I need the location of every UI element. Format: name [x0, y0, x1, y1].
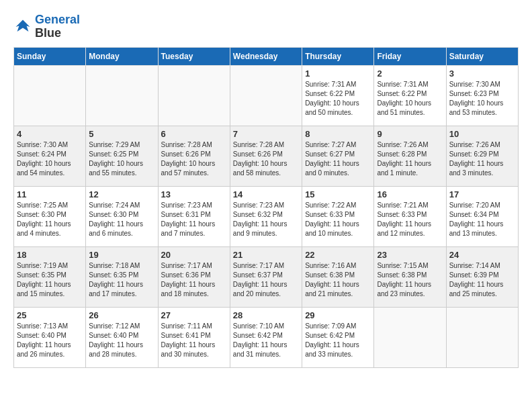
day-info: Sunrise: 7:17 AM Sunset: 6:36 PM Dayligh…: [161, 261, 227, 299]
calendar-cell: [446, 307, 518, 367]
day-info: Sunrise: 7:09 AM Sunset: 6:42 PM Dayligh…: [305, 322, 371, 359]
calendar-cell: 9Sunrise: 7:26 AM Sunset: 6:28 PM Daylig…: [374, 126, 446, 186]
day-number: 19: [89, 250, 154, 260]
calendar-cell: 15Sunrise: 7:22 AM Sunset: 6:33 PM Dayli…: [302, 186, 374, 246]
logo-icon: [13, 17, 32, 36]
day-number: 10: [449, 129, 515, 139]
calendar-cell: 6Sunrise: 7:28 AM Sunset: 6:26 PM Daylig…: [158, 126, 230, 186]
calendar-cell: 14Sunrise: 7:23 AM Sunset: 6:32 PM Dayli…: [230, 186, 302, 246]
calendar-header-wednesday: Wednesday: [230, 47, 302, 65]
calendar-header-friday: Friday: [374, 47, 446, 65]
day-number: 15: [305, 189, 371, 199]
day-info: Sunrise: 7:25 AM Sunset: 6:30 PM Dayligh…: [17, 201, 83, 238]
calendar-cell: [14, 65, 86, 126]
calendar-cell: 23Sunrise: 7:15 AM Sunset: 6:38 PM Dayli…: [374, 246, 446, 307]
calendar-header-sunday: Sunday: [14, 47, 86, 65]
calendar-cell: 27Sunrise: 7:11 AM Sunset: 6:41 PM Dayli…: [158, 307, 230, 367]
calendar-cell: 5Sunrise: 7:29 AM Sunset: 6:25 PM Daylig…: [86, 126, 158, 186]
logo: GeneralBlue: [13, 13, 80, 40]
day-info: Sunrise: 7:14 AM Sunset: 6:39 PM Dayligh…: [449, 261, 515, 299]
calendar-cell: 12Sunrise: 7:24 AM Sunset: 6:30 PM Dayli…: [86, 186, 158, 246]
calendar-week-row: 1Sunrise: 7:31 AM Sunset: 6:22 PM Daylig…: [14, 65, 519, 126]
day-number: 9: [377, 129, 443, 139]
day-info: Sunrise: 7:24 AM Sunset: 6:30 PM Dayligh…: [89, 201, 154, 238]
calendar-cell: 7Sunrise: 7:28 AM Sunset: 6:26 PM Daylig…: [230, 126, 302, 186]
day-info: Sunrise: 7:29 AM Sunset: 6:25 PM Dayligh…: [89, 140, 154, 178]
calendar-header-thursday: Thursday: [302, 47, 374, 65]
calendar-week-row: 18Sunrise: 7:19 AM Sunset: 6:35 PM Dayli…: [14, 246, 519, 307]
day-number: 21: [233, 250, 299, 260]
calendar-cell: 11Sunrise: 7:25 AM Sunset: 6:30 PM Dayli…: [14, 186, 86, 246]
day-info: Sunrise: 7:12 AM Sunset: 6:40 PM Dayligh…: [89, 322, 154, 359]
day-info: Sunrise: 7:23 AM Sunset: 6:32 PM Dayligh…: [233, 201, 299, 238]
calendar-cell: [158, 65, 230, 126]
svg-marker-0: [16, 19, 30, 32]
calendar-header-row: SundayMondayTuesdayWednesdayThursdayFrid…: [14, 47, 519, 65]
day-info: Sunrise: 7:19 AM Sunset: 6:35 PM Dayligh…: [17, 261, 83, 299]
day-number: 26: [89, 310, 154, 320]
calendar-cell: 24Sunrise: 7:14 AM Sunset: 6:39 PM Dayli…: [446, 246, 518, 307]
day-info: Sunrise: 7:28 AM Sunset: 6:26 PM Dayligh…: [233, 140, 299, 178]
calendar-cell: 13Sunrise: 7:23 AM Sunset: 6:31 PM Dayli…: [158, 186, 230, 246]
calendar-week-row: 25Sunrise: 7:13 AM Sunset: 6:40 PM Dayli…: [14, 307, 519, 367]
day-info: Sunrise: 7:10 AM Sunset: 6:42 PM Dayligh…: [233, 322, 299, 359]
day-info: Sunrise: 7:27 AM Sunset: 6:27 PM Dayligh…: [305, 140, 371, 178]
calendar-cell: 17Sunrise: 7:20 AM Sunset: 6:34 PM Dayli…: [446, 186, 518, 246]
day-info: Sunrise: 7:16 AM Sunset: 6:38 PM Dayligh…: [305, 261, 371, 299]
day-number: 13: [161, 189, 227, 199]
day-number: 14: [233, 189, 299, 199]
day-info: Sunrise: 7:26 AM Sunset: 6:28 PM Dayligh…: [377, 140, 443, 178]
calendar-header-tuesday: Tuesday: [158, 47, 230, 65]
calendar-cell: 25Sunrise: 7:13 AM Sunset: 6:40 PM Dayli…: [14, 307, 86, 367]
calendar-table: SundayMondayTuesdayWednesdayThursdayFrid…: [13, 47, 519, 368]
calendar-cell: 2Sunrise: 7:31 AM Sunset: 6:22 PM Daylig…: [374, 65, 446, 126]
day-number: 22: [305, 250, 371, 260]
calendar-cell: 19Sunrise: 7:18 AM Sunset: 6:35 PM Dayli…: [86, 246, 158, 307]
day-number: 23: [377, 250, 443, 260]
day-number: 3: [449, 68, 515, 79]
day-number: 25: [17, 310, 83, 320]
calendar-cell: 4Sunrise: 7:30 AM Sunset: 6:24 PM Daylig…: [14, 126, 86, 186]
day-info: Sunrise: 7:31 AM Sunset: 6:22 PM Dayligh…: [305, 80, 371, 118]
day-info: Sunrise: 7:17 AM Sunset: 6:37 PM Dayligh…: [233, 261, 299, 299]
calendar-cell: 20Sunrise: 7:17 AM Sunset: 6:36 PM Dayli…: [158, 246, 230, 307]
calendar-cell: [230, 65, 302, 126]
day-number: 5: [89, 129, 154, 139]
calendar-cell: 26Sunrise: 7:12 AM Sunset: 6:40 PM Dayli…: [86, 307, 158, 367]
day-info: Sunrise: 7:28 AM Sunset: 6:26 PM Dayligh…: [161, 140, 227, 178]
day-info: Sunrise: 7:30 AM Sunset: 6:24 PM Dayligh…: [17, 140, 83, 178]
calendar-cell: 16Sunrise: 7:21 AM Sunset: 6:33 PM Dayli…: [374, 186, 446, 246]
logo-text: GeneralBlue: [35, 13, 80, 40]
day-number: 7: [233, 129, 299, 139]
day-number: 28: [233, 310, 299, 320]
calendar-week-row: 11Sunrise: 7:25 AM Sunset: 6:30 PM Dayli…: [14, 186, 519, 246]
day-info: Sunrise: 7:23 AM Sunset: 6:31 PM Dayligh…: [161, 201, 227, 238]
day-number: 2: [377, 68, 443, 79]
day-info: Sunrise: 7:21 AM Sunset: 6:33 PM Dayligh…: [377, 201, 443, 238]
day-number: 12: [89, 189, 154, 199]
page-header: GeneralBlue: [13, 13, 519, 40]
calendar-cell: 21Sunrise: 7:17 AM Sunset: 6:37 PM Dayli…: [230, 246, 302, 307]
calendar-cell: 1Sunrise: 7:31 AM Sunset: 6:22 PM Daylig…: [302, 65, 374, 126]
day-info: Sunrise: 7:18 AM Sunset: 6:35 PM Dayligh…: [89, 261, 154, 299]
calendar-cell: 8Sunrise: 7:27 AM Sunset: 6:27 PM Daylig…: [302, 126, 374, 186]
day-info: Sunrise: 7:11 AM Sunset: 6:41 PM Dayligh…: [161, 322, 227, 359]
calendar-cell: [86, 65, 158, 126]
day-info: Sunrise: 7:15 AM Sunset: 6:38 PM Dayligh…: [377, 261, 443, 299]
calendar-cell: [374, 307, 446, 367]
day-number: 27: [161, 310, 227, 320]
day-info: Sunrise: 7:26 AM Sunset: 6:29 PM Dayligh…: [449, 140, 515, 178]
day-number: 16: [377, 189, 443, 199]
day-number: 20: [161, 250, 227, 260]
calendar-cell: 28Sunrise: 7:10 AM Sunset: 6:42 PM Dayli…: [230, 307, 302, 367]
calendar-header-monday: Monday: [86, 47, 158, 65]
day-number: 17: [449, 189, 515, 199]
day-info: Sunrise: 7:13 AM Sunset: 6:40 PM Dayligh…: [17, 322, 83, 359]
day-info: Sunrise: 7:22 AM Sunset: 6:33 PM Dayligh…: [305, 201, 371, 238]
day-number: 1: [305, 68, 371, 79]
calendar-header-saturday: Saturday: [446, 47, 518, 65]
calendar-cell: 3Sunrise: 7:30 AM Sunset: 6:23 PM Daylig…: [446, 65, 518, 126]
calendar-cell: 29Sunrise: 7:09 AM Sunset: 6:42 PM Dayli…: [302, 307, 374, 367]
calendar-cell: 22Sunrise: 7:16 AM Sunset: 6:38 PM Dayli…: [302, 246, 374, 307]
calendar-cell: 10Sunrise: 7:26 AM Sunset: 6:29 PM Dayli…: [446, 126, 518, 186]
